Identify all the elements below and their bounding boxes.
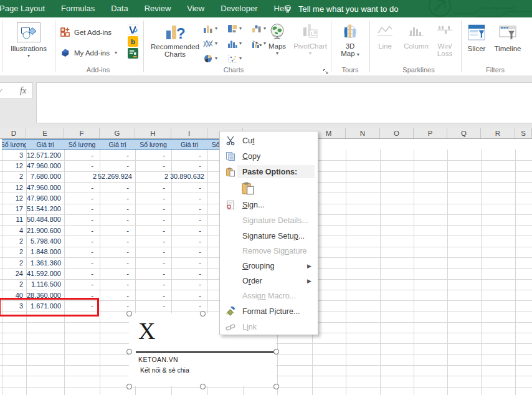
3d-map-button[interactable]: 3D Map ▾ (336, 22, 364, 57)
sparkline-line-button[interactable]: Line (375, 24, 395, 50)
pivotchart-button[interactable]: PivotChart ▾ (292, 22, 329, 55)
cell[interactable]: - (100, 236, 135, 246)
selection-handle[interactable] (200, 384, 206, 389)
column-header-Q[interactable]: Q (447, 128, 481, 138)
cell[interactable]: 5.798.400 (26, 236, 64, 246)
cell[interactable]: - (100, 160, 135, 171)
cell[interactable]: - (64, 204, 100, 214)
timeline-button[interactable]: Timeline (492, 24, 524, 52)
cell[interactable]: - (64, 182, 100, 193)
tell-me-box[interactable]: Tell me what you want to do (283, 0, 398, 17)
cell[interactable]: - (171, 279, 207, 290)
cell[interactable]: - (171, 182, 207, 193)
cell[interactable]: 47.960.000 (26, 160, 64, 171)
tab-data[interactable]: Data (103, 0, 136, 17)
cell[interactable]: - (135, 204, 171, 214)
cell[interactable]: - (135, 257, 171, 268)
menu-item-paste-default[interactable] (220, 179, 316, 197)
column-header-E[interactable]: E (26, 128, 64, 138)
cell[interactable]: 17 (2, 204, 26, 214)
cell[interactable]: - (100, 290, 135, 300)
cell[interactable]: - (171, 257, 207, 268)
cell[interactable]: - (171, 300, 207, 311)
cell[interactable]: - (171, 214, 207, 225)
addin-people-graph-button[interactable] (128, 48, 138, 61)
selection-handle[interactable] (200, 311, 206, 316)
cell[interactable]: - (135, 236, 171, 246)
cell[interactable]: 1.848.000 (26, 247, 64, 257)
insert-bar-chart-button[interactable]: ▾ (227, 24, 242, 33)
selection-handle[interactable] (126, 384, 132, 389)
cell[interactable]: - (100, 204, 135, 214)
cell[interactable]: - (135, 160, 171, 171)
insert-function-button[interactable]: fx (20, 86, 26, 96)
cell[interactable]: 3 (2, 150, 26, 160)
sparkline-winloss-button[interactable]: Win/ Loss (432, 24, 457, 57)
cell[interactable]: 47.960.000 (26, 182, 64, 193)
cell[interactable]: - (100, 225, 135, 236)
insert-waterfall-chart-button[interactable]: ▾ (252, 24, 266, 33)
cell[interactable]: - (135, 290, 171, 300)
cell[interactable]: - (135, 214, 171, 225)
cell[interactable]: - (171, 204, 207, 214)
cell[interactable]: - (171, 150, 207, 160)
addin-bing-button[interactable]: b (128, 36, 138, 49)
cell[interactable]: - (64, 279, 100, 290)
addin-visio-button[interactable] (128, 24, 138, 37)
selection-handle[interactable] (126, 349, 132, 355)
cell[interactable]: - (171, 290, 207, 300)
column-header-D[interactable]: D (2, 128, 26, 138)
get-addins-button[interactable]: Get Add-ins (60, 27, 112, 37)
cell[interactable]: - (100, 268, 135, 278)
table-header-cell[interactable]: Giá trị (100, 139, 136, 150)
cell[interactable]: - (100, 257, 135, 268)
selection-handle[interactable] (273, 384, 279, 389)
cell[interactable]: - (135, 300, 171, 311)
cell[interactable]: - (100, 150, 135, 160)
cell[interactable]: - (100, 193, 135, 203)
cell[interactable]: 51.541.200 (26, 204, 64, 214)
cell[interactable]: - (135, 182, 171, 193)
cell[interactable]: - (171, 236, 207, 246)
table-header-cell[interactable]: Số lượng (64, 139, 100, 150)
cell[interactable]: 21.900.600 (26, 225, 64, 236)
tab-view[interactable]: View (179, 0, 212, 17)
column-header-H[interactable]: H (135, 128, 171, 138)
cell[interactable]: 47.960.000 (26, 193, 64, 203)
cell[interactable]: - (64, 247, 100, 257)
cell[interactable]: 41.592.000 (26, 268, 64, 278)
cell[interactable]: 7.680.000 (26, 171, 64, 182)
cell[interactable]: - (64, 236, 100, 246)
insert-histogram-chart-button[interactable]: ▾ (227, 39, 242, 48)
cell[interactable]: - (135, 150, 171, 160)
column-header-I[interactable]: I (171, 128, 207, 138)
cell[interactable]: 4 (2, 225, 26, 236)
cell[interactable]: 2 (2, 236, 26, 246)
cell[interactable]: - (64, 193, 100, 203)
insert-combo-chart-button[interactable]: ▾ (252, 39, 266, 48)
cell[interactable]: 1.361.360 (26, 257, 64, 268)
column-header-O[interactable]: O (380, 128, 414, 138)
cell[interactable]: 2 (135, 171, 171, 182)
cell[interactable]: 50.484.800 (26, 214, 64, 225)
menu-item-cut[interactable]: Cut (220, 133, 316, 148)
menu-item-copy[interactable]: Copy (220, 148, 316, 164)
tab-developer[interactable]: Developer (212, 0, 265, 17)
cell[interactable]: - (171, 193, 207, 203)
cell[interactable]: - (171, 268, 207, 278)
sparkline-column-button[interactable]: Column (401, 24, 431, 50)
cell[interactable]: 30.890.632 (171, 171, 207, 182)
my-addins-button[interactable]: My Add-ins ▾ (60, 47, 117, 58)
column-header-R[interactable]: R (481, 128, 515, 138)
cell[interactable]: 1.116.500 (26, 279, 64, 290)
illustrations-button[interactable]: Illustrations ▾ (9, 22, 49, 58)
cell[interactable]: 24 (2, 268, 26, 278)
menu-item-signature-setup[interactable]: Signature Setup... (220, 228, 316, 244)
menu-item-paste-options[interactable]: Paste Options: (220, 164, 316, 179)
table-header-cell[interactable]: Số lượng (135, 139, 172, 150)
cell[interactable]: - (100, 214, 135, 225)
formula-input[interactable] (36, 82, 532, 123)
cell[interactable]: - (100, 247, 135, 257)
column-header-G[interactable]: G (100, 128, 135, 138)
insert-pie-chart-button[interactable]: ▾ (203, 54, 217, 63)
